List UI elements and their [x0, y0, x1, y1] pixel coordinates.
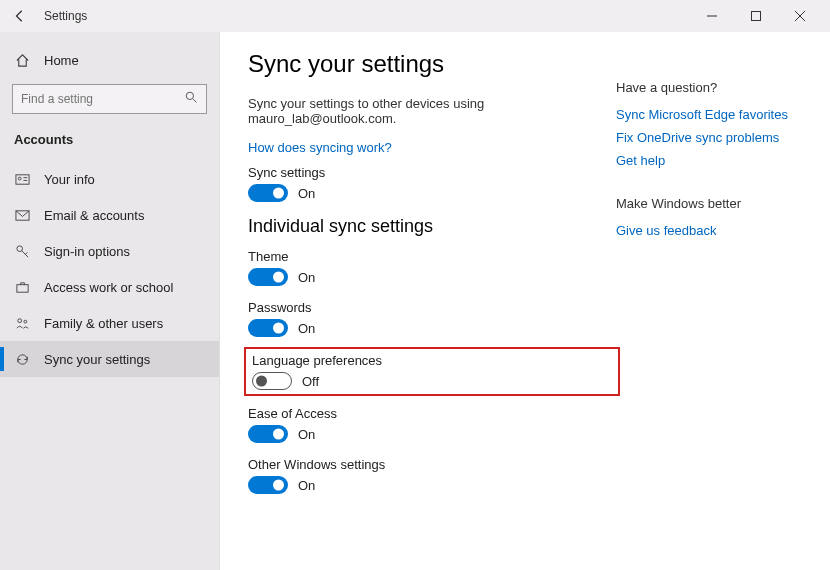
link-get-help[interactable]: Get help [616, 153, 806, 168]
setting-label: Language preferences [252, 353, 612, 368]
search-input[interactable] [21, 92, 185, 106]
setting-toggle[interactable] [248, 319, 288, 337]
main-content: Sync your settings Sync your settings to… [248, 50, 616, 570]
setting-toggle[interactable] [252, 372, 292, 390]
toggle-state: On [298, 186, 315, 201]
sidebar-item-signin[interactable]: Sign-in options [0, 233, 219, 269]
key-icon [14, 243, 30, 259]
question-heading: Have a question? [616, 80, 806, 95]
minimize-button[interactable] [690, 0, 734, 32]
search-box[interactable] [12, 84, 207, 114]
page-heading: Sync your settings [248, 50, 616, 78]
sidebar-section-label: Accounts [0, 126, 219, 161]
sidebar-item-your-info[interactable]: Your info [0, 161, 219, 197]
link-feedback[interactable]: Give us feedback [616, 223, 806, 238]
setting-language-preferences: Language preferencesOff [248, 351, 616, 392]
sidebar-item-work[interactable]: Access work or school [0, 269, 219, 305]
back-button[interactable] [8, 4, 32, 28]
setting-label: Sync settings [248, 165, 616, 180]
toggle-state: Off [302, 374, 319, 389]
sync-settings-group: Sync settings On [248, 165, 616, 202]
search-icon [185, 91, 198, 107]
svg-rect-10 [16, 284, 27, 292]
window-title: Settings [44, 9, 87, 23]
setting-other-windows-settings: Other Windows settingsOn [248, 457, 616, 494]
sidebar-item-email[interactable]: Email & accounts [0, 197, 219, 233]
svg-point-5 [18, 177, 21, 180]
sidebar-item-label: Access work or school [44, 280, 173, 295]
how-syncing-link[interactable]: How does syncing work? [248, 140, 616, 155]
sidebar-item-label: Sync your settings [44, 352, 150, 367]
titlebar: Settings [0, 0, 830, 32]
home-label: Home [44, 53, 79, 68]
card-icon [14, 171, 30, 187]
svg-rect-4 [15, 174, 28, 183]
sidebar-item-family[interactable]: Family & other users [0, 305, 219, 341]
right-panel: Have a question? Sync Microsoft Edge fav… [616, 50, 806, 570]
sidebar-item-label: Family & other users [44, 316, 163, 331]
link-edge-favorites[interactable]: Sync Microsoft Edge favorites [616, 107, 806, 122]
sidebar-item-label: Email & accounts [44, 208, 144, 223]
maximize-button[interactable] [734, 0, 778, 32]
people-icon [14, 315, 30, 331]
better-heading: Make Windows better [616, 196, 806, 211]
setting-label: Other Windows settings [248, 457, 616, 472]
svg-point-11 [17, 318, 21, 322]
sidebar-item-label: Sign-in options [44, 244, 130, 259]
sidebar-item-label: Your info [44, 172, 95, 187]
close-button[interactable] [778, 0, 822, 32]
svg-point-12 [23, 320, 26, 323]
setting-label: Ease of Access [248, 406, 616, 421]
mail-icon [14, 207, 30, 223]
setting-toggle[interactable] [248, 268, 288, 286]
individual-heading: Individual sync settings [248, 216, 616, 237]
svg-rect-1 [752, 12, 761, 21]
setting-label: Theme [248, 249, 616, 264]
svg-point-2 [186, 92, 193, 99]
sync-settings-toggle[interactable] [248, 184, 288, 202]
link-onedrive[interactable]: Fix OneDrive sync problems [616, 130, 806, 145]
briefcase-icon [14, 279, 30, 295]
toggle-state: On [298, 427, 315, 442]
svg-line-3 [193, 99, 196, 102]
setting-toggle[interactable] [248, 476, 288, 494]
setting-theme: ThemeOn [248, 249, 616, 286]
sync-icon [14, 351, 30, 367]
sidebar-item-sync[interactable]: Sync your settings [0, 341, 219, 377]
sidebar: Home Accounts Your info Email & accounts [0, 32, 220, 570]
setting-ease-of-access: Ease of AccessOn [248, 406, 616, 443]
toggle-state: On [298, 478, 315, 493]
sync-description: Sync your settings to other devices usin… [248, 96, 616, 126]
setting-label: Passwords [248, 300, 616, 315]
home-icon [14, 52, 30, 68]
toggle-state: On [298, 270, 315, 285]
home-button[interactable]: Home [0, 42, 219, 78]
toggle-state: On [298, 321, 315, 336]
setting-passwords: PasswordsOn [248, 300, 616, 337]
setting-toggle[interactable] [248, 425, 288, 443]
